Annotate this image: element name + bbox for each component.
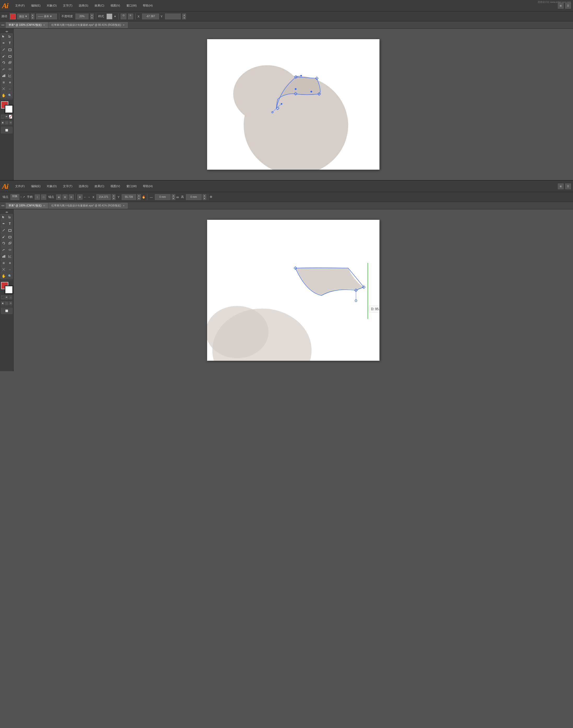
b-no-color-btn[interactable]: □ xyxy=(9,295,12,299)
y-spinner-bot[interactable]: ▲ ▼ xyxy=(137,194,141,200)
menu-view-top[interactable]: 视图(V) xyxy=(109,3,121,8)
b-zoom-tool[interactable]: 🔍 xyxy=(7,273,13,279)
tab-eps-top[interactable]: 红苹果与果汁包装设计矢量素材.eps* @ 80.41% (RGB/预览) ✕ xyxy=(49,22,127,28)
b-fullscreen-btn[interactable]: ⛶ xyxy=(5,301,8,305)
b-fill-mode-btn[interactable]: ▣ xyxy=(1,301,4,305)
pen-tool[interactable]: ✒ xyxy=(1,40,6,46)
menu-text-top[interactable]: 文字(T) xyxy=(62,3,73,8)
tab-apple-top[interactable]: 苹果* @ 100% (CMYK/预览) ✕ xyxy=(6,22,48,28)
b-swap-colors-btn[interactable]: ⇄ xyxy=(5,295,8,299)
paintbrush-tool[interactable]: 🖌 xyxy=(1,53,6,59)
b-view-btn[interactable]: ⊡ xyxy=(9,301,12,305)
menu-text-bot[interactable]: 文字(T) xyxy=(62,184,73,189)
h-spinner-bot[interactable]: ▲ ▼ xyxy=(171,194,175,200)
b-eraser-tool[interactable] xyxy=(7,234,13,240)
y-input-bot[interactable] xyxy=(122,194,136,200)
menu-select-bot[interactable]: 选择(S) xyxy=(77,184,89,189)
stroke-color[interactable] xyxy=(5,105,12,113)
b-line-tool[interactable] xyxy=(1,227,6,233)
menu-window-top[interactable]: 窗口(W) xyxy=(125,3,138,8)
menu-select-top[interactable]: 选择(S) xyxy=(77,3,89,8)
select-tool[interactable] xyxy=(1,34,6,40)
icon-btn-2[interactable]: ≡ xyxy=(128,13,133,19)
rotate-tool[interactable] xyxy=(1,59,6,66)
b-column-tool[interactable] xyxy=(7,253,13,260)
warp-tool[interactable] xyxy=(1,66,6,72)
arrow-icon-t2[interactable]: ← xyxy=(84,195,87,199)
high-spinner-bot[interactable]: ▲ ▼ xyxy=(203,194,206,200)
swap-colors-btn[interactable]: ⇄ xyxy=(5,115,8,119)
b-puppet-tool[interactable]: ⊕ xyxy=(7,260,13,266)
y-spinner[interactable]: ▲ ▼ xyxy=(182,13,186,19)
anchor-tools-icon[interactable]: ⊕ xyxy=(62,194,68,200)
b-transform-tool[interactable]: ⊞ xyxy=(1,260,6,266)
menu-file-bot[interactable]: 文件(F) xyxy=(14,184,25,189)
b-graph-tool[interactable] xyxy=(1,253,6,260)
anchor-type-icon[interactable]: ◈ xyxy=(56,194,61,200)
b-artboard-tool[interactable]: ⬜ xyxy=(1,308,12,314)
handle-icon2[interactable]: □ xyxy=(41,194,46,200)
tab-apple-close-bot[interactable]: ✕ xyxy=(43,204,45,207)
tab-eps-close-top[interactable]: ✕ xyxy=(123,24,125,26)
puppet-tool[interactable]: ⊕ xyxy=(7,79,13,86)
menu-object-bot[interactable]: 对象(O) xyxy=(46,184,58,189)
type-tool[interactable]: T xyxy=(7,40,13,46)
bot-tools-handle[interactable]: ◀▶ xyxy=(1,210,13,214)
b-stroke-color[interactable] xyxy=(5,286,12,293)
convert-btn[interactable]: 转换 xyxy=(10,194,19,200)
settings-icon-t2[interactable]: ⚙ xyxy=(210,195,212,199)
convert-arrow2[interactable]: ↗ xyxy=(23,195,25,199)
arrow-icon-t2b[interactable]: → xyxy=(88,195,90,199)
fill-mode-btn[interactable]: ▣ xyxy=(1,121,4,125)
menu-help-bot[interactable]: 帮助(H) xyxy=(142,184,154,189)
no-color-btn[interactable]: □ xyxy=(9,115,12,119)
measure-tool[interactable]: ↔ xyxy=(7,86,13,92)
b-direct-select-tool[interactable] xyxy=(7,214,13,220)
rect-tool[interactable] xyxy=(7,47,13,53)
panel-handle-bot[interactable]: ◀◀ xyxy=(1,204,4,207)
x-spinner-bot[interactable]: ▲ ▼ xyxy=(112,194,115,200)
convert-arrow[interactable]: ↑ xyxy=(20,195,22,199)
b-default-colors-btn[interactable]: ⬛ xyxy=(1,295,4,299)
menu-effect-bot[interactable]: 效果(C) xyxy=(94,184,105,189)
b-freemesh-tool[interactable] xyxy=(7,247,13,253)
top-tools-handle[interactable]: ◀▶ xyxy=(1,30,13,33)
direct-select-tool[interactable] xyxy=(7,34,13,40)
menu-help-top[interactable]: 帮助(H) xyxy=(142,3,154,8)
artboard-tool[interactable]: ⬜ xyxy=(1,127,12,133)
b-scale-tool[interactable] xyxy=(7,240,13,246)
hand-tool[interactable]: ✋ xyxy=(1,92,6,98)
stroke-color-swatch[interactable] xyxy=(10,13,16,19)
menu-edit-bot[interactable]: 编辑(E) xyxy=(30,184,42,189)
h-input-bot[interactable] xyxy=(155,194,170,200)
b-slice-tool[interactable] xyxy=(1,266,6,273)
graph-tool[interactable] xyxy=(1,72,6,79)
b-pen-tool[interactable]: ✒ xyxy=(1,221,6,227)
b-rotate-tool[interactable] xyxy=(1,240,6,246)
b-measure-tool[interactable]: ↔ xyxy=(7,266,13,273)
opacity-input[interactable] xyxy=(75,13,89,19)
menu-effect-top[interactable]: 效果(C) xyxy=(94,3,105,8)
tab-eps-bot[interactable]: 红苹果与果汁包装设计矢量素材.eps* @ 80.41% (RGB/预览) ✕ xyxy=(49,203,127,209)
panel-handle-top[interactable]: ◀◀ xyxy=(1,24,4,26)
stroke-style-dropdown[interactable]: —— 基本 ▼ xyxy=(36,13,57,19)
view-btn[interactable]: ⊡ xyxy=(9,121,12,125)
link-icon-t2[interactable]: ∞ xyxy=(176,195,179,199)
tab-apple-close-top[interactable]: ✕ xyxy=(43,24,45,26)
column-tool[interactable] xyxy=(7,72,13,79)
eraser-tool[interactable] xyxy=(7,53,13,59)
x-input-bot[interactable] xyxy=(96,194,111,200)
stroke-dropdown[interactable]: 描边 ▼ xyxy=(17,13,29,19)
b-type-tool[interactable]: T xyxy=(7,221,13,227)
icon-btn-1[interactable]: ⊙ xyxy=(121,13,126,19)
menu-view-bot[interactable]: 视图(V) xyxy=(109,184,121,189)
handle-icon[interactable]: ⟨ xyxy=(35,194,40,200)
style-dropdown-arrow[interactable]: ▼ xyxy=(114,15,116,18)
b-warp-tool[interactable] xyxy=(1,247,6,253)
arrange-icon-bot[interactable]: ⊞ xyxy=(558,183,564,189)
anchor-remove-icon[interactable]: ⊖ xyxy=(69,194,74,200)
x-input-top[interactable] xyxy=(142,13,159,19)
tab-eps-close-bot[interactable]: ✕ xyxy=(123,204,125,207)
menu-object-top[interactable]: 对象(O) xyxy=(46,3,58,8)
style-swatch[interactable] xyxy=(107,13,112,19)
